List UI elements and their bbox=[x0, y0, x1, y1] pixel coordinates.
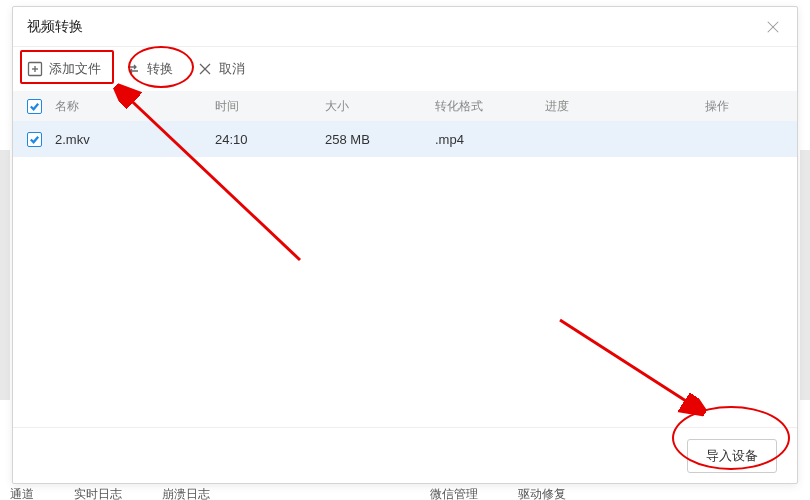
row-checkbox[interactable] bbox=[27, 132, 42, 147]
convert-icon bbox=[125, 61, 141, 77]
convert-label: 转换 bbox=[147, 60, 173, 78]
close-icon bbox=[766, 20, 780, 34]
header-action: 操作 bbox=[705, 98, 783, 115]
background-footer-labels: 通道 实时日志 崩溃日志 微信管理 驱动修复 bbox=[0, 486, 810, 500]
table-header: 名称 时间 大小 转化格式 进度 操作 bbox=[13, 91, 797, 121]
cell-size: 258 MB bbox=[325, 132, 435, 147]
header-size: 大小 bbox=[325, 98, 435, 115]
cell-time: 24:10 bbox=[215, 132, 325, 147]
cell-name: 2.mkv bbox=[55, 132, 215, 147]
add-file-button[interactable]: 添加文件 bbox=[27, 60, 101, 78]
table-row[interactable]: 2.mkv 24:10 258 MB .mp4 bbox=[13, 121, 797, 157]
close-button[interactable] bbox=[763, 17, 783, 37]
import-device-button[interactable]: 导入设备 bbox=[687, 439, 777, 473]
select-all-checkbox[interactable] bbox=[27, 99, 42, 114]
title-bar: 视频转换 bbox=[13, 7, 797, 47]
add-file-label: 添加文件 bbox=[49, 60, 101, 78]
video-convert-dialog: 视频转换 添加文件 转换 取消 bbox=[12, 6, 798, 484]
toolbar: 添加文件 转换 取消 bbox=[13, 47, 797, 91]
cancel-icon bbox=[197, 61, 213, 77]
check-icon bbox=[29, 101, 40, 112]
cancel-button[interactable]: 取消 bbox=[197, 60, 245, 78]
header-time: 时间 bbox=[215, 98, 325, 115]
header-progress: 进度 bbox=[545, 98, 705, 115]
table-body: 2.mkv 24:10 258 MB .mp4 bbox=[13, 121, 797, 427]
check-icon bbox=[29, 134, 40, 145]
plus-square-icon bbox=[27, 61, 43, 77]
header-format: 转化格式 bbox=[435, 98, 545, 115]
cell-format: .mp4 bbox=[435, 132, 545, 147]
dialog-title: 视频转换 bbox=[27, 18, 83, 36]
dialog-footer: 导入设备 bbox=[13, 427, 797, 483]
convert-button[interactable]: 转换 bbox=[125, 60, 173, 78]
cancel-label: 取消 bbox=[219, 60, 245, 78]
header-name: 名称 bbox=[55, 98, 215, 115]
